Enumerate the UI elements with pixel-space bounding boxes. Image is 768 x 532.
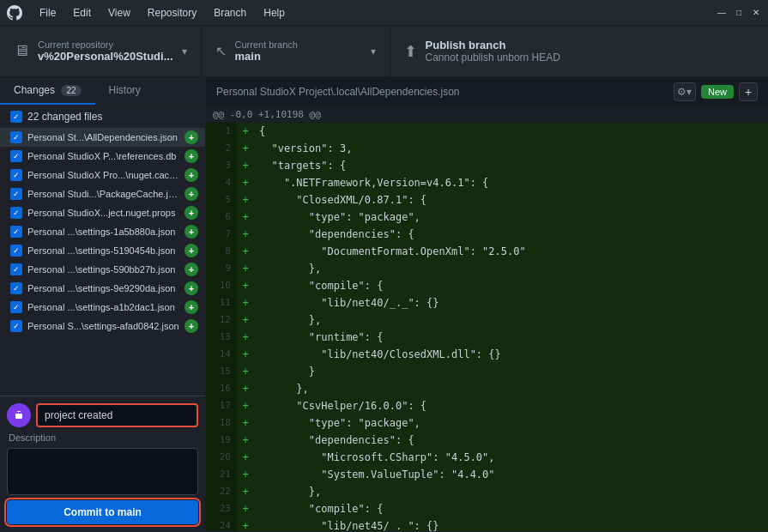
- diff-expand-button[interactable]: +: [739, 82, 758, 101]
- diff-line: 1+{: [206, 123, 768, 140]
- commit-button[interactable]: Commit to main: [7, 500, 198, 524]
- diff-line: 8+ "DocumentFormat.OpenXml": "2.5.0": [206, 243, 768, 260]
- line-number: 4: [206, 174, 237, 191]
- file-add-icon-1: +: [184, 149, 198, 163]
- line-sign: +: [237, 277, 254, 294]
- list-item[interactable]: Personal StudioX Pro...\nuget.cache +: [0, 166, 205, 184]
- close-button[interactable]: ✕: [751, 8, 761, 18]
- line-number: 2: [206, 140, 237, 157]
- file-list: Personal St...\AllDependencies.json + Pe…: [0, 128, 205, 396]
- menu-view[interactable]: View: [101, 5, 137, 21]
- line-sign: +: [237, 209, 254, 226]
- file-name-0: Personal St...\AllDependencies.json: [27, 132, 179, 142]
- menu-repository[interactable]: Repository: [141, 5, 203, 21]
- file-name-3: Personal Studi...\PackageCache.json: [27, 189, 179, 199]
- line-sign: +: [237, 380, 254, 397]
- list-item[interactable]: Personal ...\settings-1a5b880a.json +: [0, 222, 205, 241]
- line-number: 3: [206, 157, 237, 174]
- file-checkbox-6[interactable]: [10, 245, 22, 257]
- file-add-icon-2: +: [184, 168, 198, 182]
- file-checkbox-7[interactable]: [10, 263, 22, 275]
- computer-icon: 🖥: [14, 42, 29, 60]
- repo-section[interactable]: 🖥 Current repository v%20Personal%20Stud…: [0, 26, 202, 76]
- changed-header: 22 changed files: [0, 106, 205, 128]
- chevron-down-icon: ▾: [686, 86, 692, 98]
- file-checkbox-1[interactable]: [10, 150, 22, 162]
- line-number: 7: [206, 226, 237, 243]
- line-number: 12: [206, 311, 237, 329]
- line-number: 19: [206, 432, 237, 449]
- list-item[interactable]: Personal ...\settings-590bb27b.json +: [0, 260, 205, 279]
- line-sign: +: [237, 294, 254, 311]
- commit-message-input[interactable]: [36, 403, 198, 427]
- diff-gear-button[interactable]: ⚙ ▾: [674, 82, 696, 101]
- line-sign: +: [237, 449, 254, 466]
- list-item[interactable]: Personal ...\settings-5190454b.json +: [0, 241, 205, 260]
- menu-file[interactable]: File: [33, 5, 63, 21]
- diff-line: 6+ "type": "package",: [206, 209, 768, 226]
- list-item[interactable]: Personal S...\settings-afad0842.json +: [0, 317, 205, 336]
- line-sign: +: [237, 226, 254, 243]
- file-checkbox-5[interactable]: [10, 226, 22, 238]
- line-number: 17: [206, 397, 237, 414]
- line-number: 9: [206, 260, 237, 277]
- menu-edit[interactable]: Edit: [66, 5, 98, 21]
- line-sign: +: [237, 414, 254, 432]
- list-item[interactable]: Personal StudioX P...\references.db +: [0, 147, 205, 166]
- publish-section[interactable]: ⬆ Publish branch Cannot publish unborn H…: [390, 26, 768, 76]
- file-checkbox-9[interactable]: [10, 301, 22, 313]
- file-name-8: Personal ...\settings-9e9290da.json: [27, 283, 179, 293]
- tab-changes[interactable]: Changes 22: [0, 77, 95, 105]
- branch-text: Current branch main: [235, 39, 298, 63]
- diff-new-button[interactable]: New: [701, 85, 734, 99]
- tab-history[interactable]: History: [95, 77, 154, 105]
- commit-area: Description Commit to main: [0, 396, 205, 531]
- publish-label: Publish branch: [426, 39, 560, 51]
- file-name-1: Personal StudioX P...\references.db: [27, 151, 179, 161]
- file-checkbox-0[interactable]: [10, 131, 22, 143]
- list-item[interactable]: Personal Studi...\PackageCache.json +: [0, 184, 205, 203]
- minimize-button[interactable]: —: [717, 8, 727, 18]
- line-sign: +: [237, 466, 254, 483]
- line-code: "DocumentFormat.OpenXml": "2.5.0": [254, 243, 768, 260]
- line-code: "type": "package",: [254, 414, 768, 432]
- description-textarea[interactable]: [7, 448, 198, 495]
- diff-line: 3+ "targets": {: [206, 157, 768, 174]
- branch-section[interactable]: ↖ Current branch main ▾: [202, 26, 390, 76]
- line-sign: +: [237, 432, 254, 449]
- file-add-icon-9: +: [184, 300, 198, 314]
- line-number: 13: [206, 329, 237, 346]
- file-checkbox-3[interactable]: [10, 188, 22, 200]
- diff-line: 5+ "ClosedXML/0.87.1": {: [206, 191, 768, 209]
- line-sign: +: [237, 483, 254, 500]
- file-checkbox-2[interactable]: [10, 169, 22, 181]
- line-code: {: [254, 123, 768, 140]
- list-item[interactable]: Personal St...\AllDependencies.json +: [0, 128, 205, 147]
- list-item[interactable]: Personal StudioX...ject.nuget.props +: [0, 203, 205, 222]
- line-code: }: [254, 363, 768, 380]
- titlebar-controls: — □ ✕: [717, 8, 761, 18]
- file-checkbox-10[interactable]: [10, 320, 22, 332]
- list-item[interactable]: Personal ...\settings-a1b2dac1.json +: [0, 298, 205, 317]
- diff-line: 21+ "System.ValueTuple": "4.4.0": [206, 466, 768, 483]
- list-item[interactable]: Personal ...\settings-9e9290da.json +: [0, 279, 205, 298]
- menu-help[interactable]: Help: [257, 5, 292, 21]
- file-checkbox-8[interactable]: [10, 282, 22, 294]
- line-code: "ClosedXML/0.87.1": {: [254, 191, 768, 209]
- titlebar-menu: File Edit View Repository Branch Help: [33, 5, 292, 21]
- description-label: Description: [7, 432, 198, 443]
- line-number: 11: [206, 294, 237, 311]
- maximize-button[interactable]: □: [734, 8, 744, 18]
- diff-filepath: Personal StudioX Project\.local\AllDepen…: [216, 86, 460, 98]
- file-checkbox-4[interactable]: [10, 207, 22, 219]
- line-sign: +: [237, 140, 254, 157]
- line-code: "compile": {: [254, 500, 768, 517]
- diff-hunk-header: @@ -0,0 +1,10198 @@: [206, 107, 768, 123]
- line-number: 22: [206, 483, 237, 500]
- diff-line: 4+ ".NETFramework,Version=v4.6.1": {: [206, 174, 768, 191]
- menu-branch[interactable]: Branch: [207, 5, 253, 21]
- file-add-icon-5: +: [184, 225, 198, 239]
- publish-text: Publish branch Cannot publish unborn HEA…: [426, 39, 560, 63]
- line-code: "runtime": {: [254, 329, 768, 346]
- select-all-checkbox[interactable]: [10, 111, 22, 123]
